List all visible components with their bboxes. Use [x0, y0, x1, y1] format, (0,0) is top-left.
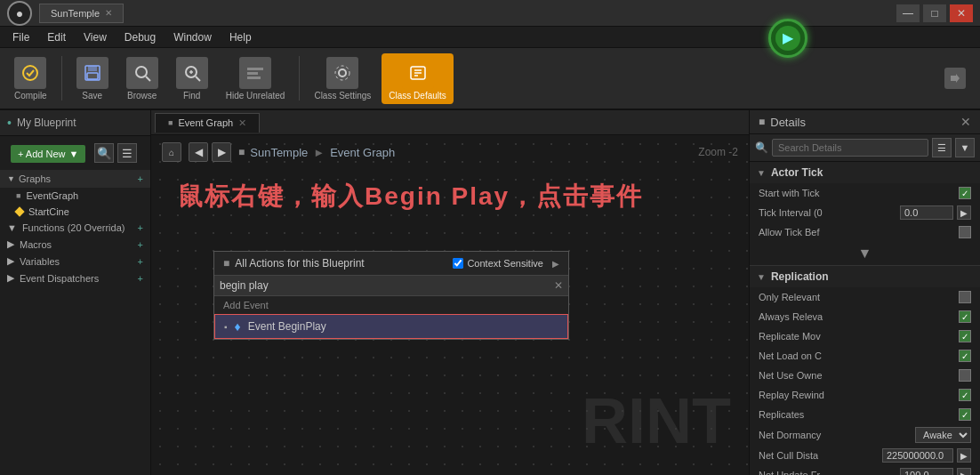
functions-section[interactable]: ▼ Functions (20 Overrida) +: [0, 220, 150, 236]
details-search-input[interactable]: [772, 139, 928, 157]
close-icon[interactable]: ✕: [105, 8, 112, 18]
details-scroll-area: ▼ Actor Tick Start with Tick Tick Interv…: [750, 162, 980, 475]
back-nav-button[interactable]: ◀: [189, 142, 208, 162]
search-toggle-button[interactable]: 🔍: [94, 143, 114, 163]
only-relevant-row: Only Relevant: [750, 287, 980, 307]
event-diamond-icon: ♦: [235, 319, 241, 334]
net-cull-dist-input[interactable]: [882, 448, 953, 463]
forward-nav-button[interactable]: ▶: [212, 142, 231, 162]
net-load-on-c-row: Net Load on C: [750, 346, 980, 366]
circle-action-button[interactable]: ▶: [768, 19, 807, 58]
breadcrumb-separator: ►: [313, 146, 325, 159]
net-update-fr-input[interactable]: [900, 468, 953, 475]
breadcrumb-graph: Event Graph: [330, 146, 395, 159]
add-macro-icon[interactable]: +: [138, 239, 143, 250]
always-releva-checkbox[interactable]: [959, 310, 971, 323]
menu-edit[interactable]: Edit: [38, 29, 75, 45]
net-update-fr-btn[interactable]: ▶: [957, 468, 971, 475]
save-label: Save: [82, 91, 102, 101]
replicates-checkbox[interactable]: [959, 408, 971, 421]
maximize-button[interactable]: □: [923, 4, 946, 22]
actor-tick-section-header[interactable]: ▼ Actor Tick: [750, 162, 980, 183]
macros-section[interactable]: ▶ Macros +: [0, 236, 150, 253]
graphs-section-header[interactable]: ▼ Graphs +: [0, 170, 150, 188]
menu-window[interactable]: Window: [165, 29, 221, 45]
class-settings-tool[interactable]: Class Settings: [307, 53, 378, 104]
macros-label: Macros: [20, 239, 52, 250]
view-options-button[interactable]: ☰: [117, 143, 137, 163]
minimize-button[interactable]: —: [896, 4, 920, 22]
event-dispatchers-label: Event Dispatchers: [20, 273, 99, 284]
menu-help[interactable]: Help: [221, 29, 261, 45]
class-defaults-tool[interactable]: Class Defaults: [382, 53, 453, 104]
event-begin-play-item[interactable]: ▪ ♦ Event BeginPlay: [214, 314, 568, 339]
actions-popup-title-bar: ■ All Actions for this Blueprint Context…: [214, 252, 568, 276]
details-panel-header: ■ Details ✕: [750, 110, 980, 134]
add-function-icon[interactable]: +: [138, 222, 143, 233]
window-controls: — □ ✕: [896, 4, 973, 22]
expand-panel-tool[interactable]: [937, 64, 973, 93]
menu-file[interactable]: File: [4, 29, 38, 45]
svg-rect-3: [87, 73, 98, 79]
net-use-owne-checkbox[interactable]: [959, 369, 971, 382]
svg-point-0: [23, 66, 37, 80]
replay-rewind-label: Replay Rewind: [759, 390, 959, 400]
my-blueprint-title: My Blueprint: [17, 117, 76, 129]
actions-search-clear-icon[interactable]: ✕: [554, 279, 563, 292]
replicate-mov-checkbox[interactable]: [959, 330, 971, 342]
context-sensitive-check[interactable]: Context Sensitive: [453, 258, 543, 269]
actions-grid-icon: ■: [223, 257, 229, 270]
add-dispatcher-icon[interactable]: +: [138, 273, 143, 284]
context-sensitive-checkbox[interactable]: [453, 258, 463, 269]
hide-unrelated-tool[interactable]: Hide Unrelated: [219, 53, 293, 104]
details-panel-close-button[interactable]: ✕: [960, 115, 971, 129]
browse-tool[interactable]: Browse: [119, 53, 165, 104]
start-with-tick-checkbox[interactable]: [959, 187, 971, 199]
tab-sun-temple[interactable]: SunTemple ✕: [39, 4, 124, 23]
net-load-on-c-label: Net Load on C: [759, 350, 959, 361]
compile-tool[interactable]: Compile: [7, 53, 54, 104]
add-new-button[interactable]: + Add New ▼: [11, 145, 85, 163]
svg-rect-10: [247, 68, 263, 70]
home-nav-button[interactable]: ⌂: [162, 142, 181, 162]
tick-interval-btn[interactable]: ▶: [957, 205, 971, 220]
menu-debug[interactable]: Debug: [116, 29, 165, 45]
details-toolbar: ☰ ▼: [932, 138, 975, 157]
actor-tick-expand-icon[interactable]: ▼: [858, 246, 872, 262]
allow-tick-bef-checkbox[interactable]: [959, 226, 971, 238]
canvas-tab-close-icon[interactable]: ✕: [238, 117, 246, 129]
replay-rewind-checkbox[interactable]: [959, 389, 971, 401]
start-cine-item[interactable]: StartCine: [0, 204, 150, 220]
start-with-tick-label: Start with Tick: [759, 188, 959, 198]
net-cull-dist-btn[interactable]: ▶: [957, 448, 971, 463]
net-load-on-c-checkbox[interactable]: [959, 350, 971, 362]
replication-arrow-icon: ▼: [757, 272, 766, 282]
details-list-view-button[interactable]: ☰: [932, 138, 952, 157]
menu-view[interactable]: View: [75, 29, 116, 45]
actions-search-input[interactable]: [220, 279, 554, 292]
add-variable-icon[interactable]: +: [138, 256, 143, 267]
canvas-area[interactable]: ⌂ ◀ ▶ ■ SunTemple ► Event Graph Zoom -2 …: [151, 135, 749, 475]
event-dispatchers-arrow-icon: ▶: [7, 272, 14, 284]
replication-section-header[interactable]: ▼ Replication: [750, 266, 980, 287]
only-relevant-checkbox[interactable]: [959, 291, 971, 303]
variables-section[interactable]: ▶ Variables +: [0, 253, 150, 270]
svg-rect-2: [88, 66, 97, 71]
add-graph-icon[interactable]: +: [138, 173, 143, 184]
close-button[interactable]: ✕: [950, 4, 973, 22]
save-tool[interactable]: Save: [69, 53, 116, 104]
event-dispatchers-section[interactable]: ▶ Event Dispatchers +: [0, 270, 150, 286]
class-settings-icon: [326, 57, 358, 89]
find-tool[interactable]: Find: [169, 53, 215, 104]
actions-search-bar: ✕: [214, 276, 568, 296]
functions-label: Functions (20 Overrida): [22, 222, 125, 233]
details-options-button[interactable]: ▼: [955, 138, 975, 157]
replicates-label: Replicates: [759, 409, 959, 420]
tick-interval-input[interactable]: [900, 205, 953, 220]
event-graph-item[interactable]: ■ EventGraph: [0, 188, 150, 204]
zoom-indicator: Zoom -2: [698, 146, 738, 158]
ue-logo[interactable]: ●: [7, 1, 32, 26]
event-graph-tab[interactable]: ■ Event Graph ✕: [155, 113, 260, 133]
net-dormancy-select[interactable]: Awake: [915, 427, 971, 443]
expand-actor-tick-row: ▼: [750, 242, 980, 265]
